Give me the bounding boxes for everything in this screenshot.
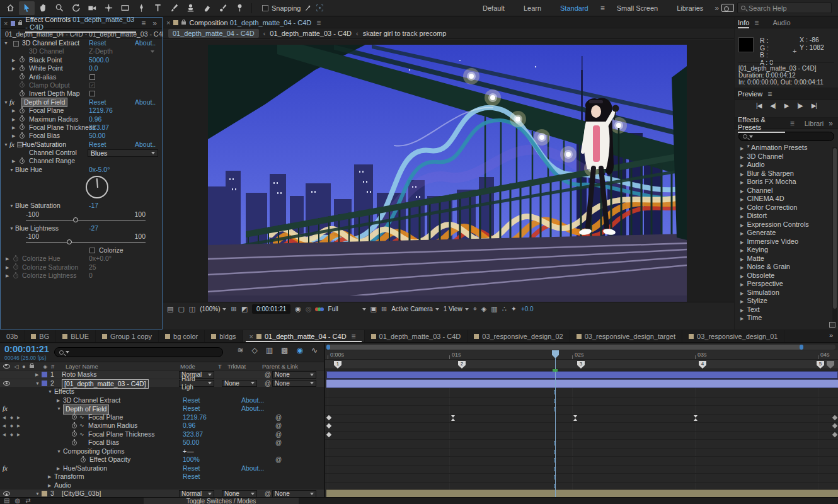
mask-visibility-icon[interactable]: ◫ bbox=[189, 306, 195, 312]
expand-transfer-controls-icon[interactable]: ◍ bbox=[14, 497, 20, 504]
fx-badge-icon[interactable]: fx bbox=[9, 98, 14, 106]
effects-presets-tab[interactable]: Effects & Presets bbox=[738, 116, 785, 131]
effect-row[interactable]: ▶Colorize Hue0x+0.0° bbox=[1, 255, 162, 263]
add-keyframe-icon[interactable]: ◆ bbox=[10, 430, 13, 439]
disclosure-down-icon[interactable]: ▼ bbox=[4, 39, 8, 47]
close-tab-icon[interactable]: × bbox=[250, 333, 253, 340]
disclosure-right-icon[interactable]: ▶ bbox=[740, 274, 743, 278]
stopwatch-icon[interactable] bbox=[13, 273, 18, 278]
effect-row[interactable]: ▶Focal Bias50.00 bbox=[1, 132, 162, 140]
composition-marker[interactable]: 1 bbox=[334, 361, 342, 369]
fx-badge-icon[interactable]: fx bbox=[3, 404, 8, 413]
effect-row[interactable]: ▼3D Channel ExtractResetAbout.. bbox=[1, 39, 162, 47]
new-preset-icon[interactable] bbox=[829, 322, 835, 328]
snap-scope-icon[interactable] bbox=[316, 4, 324, 12]
property-value[interactable]: 50.00 bbox=[89, 132, 105, 140]
composition-mini-flowchart-icon[interactable]: ≋ bbox=[237, 346, 243, 355]
disclosure-right-icon[interactable]: ▶ bbox=[6, 272, 9, 280]
next-keyframe-icon[interactable]: ▶ bbox=[17, 430, 20, 439]
effect-row[interactable]: 3D ChannelZ-Depth bbox=[1, 47, 162, 55]
blend-mode-dropdown[interactable]: Hard Ligh bbox=[179, 380, 214, 387]
property-value[interactable]: 0.0 bbox=[89, 64, 98, 72]
effect-row[interactable]: Invert Depth Map bbox=[1, 89, 162, 98]
timeline-search-field[interactable] bbox=[54, 347, 223, 357]
timeline-tab[interactable]: bldgs bbox=[205, 330, 243, 342]
toggle-switches-modes-button[interactable]: Toggle Switches / Modes bbox=[144, 498, 299, 504]
effects-category-item[interactable]: ▶Text bbox=[735, 306, 838, 314]
workspace-learn[interactable]: Learn bbox=[515, 1, 550, 15]
disclosure-down-icon[interactable]: ▼ bbox=[57, 447, 61, 455]
marker-strip[interactable]: 12345 bbox=[325, 360, 838, 369]
hide-shy-layers-icon[interactable]: ▥ bbox=[266, 346, 273, 355]
next-keyframe-icon[interactable]: ▶ bbox=[17, 413, 20, 422]
manage-workspaces-icon[interactable] bbox=[721, 4, 734, 12]
stopwatch-icon[interactable] bbox=[20, 66, 25, 71]
disclosure-right-icon[interactable]: ▶ bbox=[740, 189, 743, 193]
effect-row[interactable]: ▶Black Point5000.0 bbox=[1, 56, 162, 64]
timeline-row[interactable]: ◀◆▶∿Focal Plane1219.76@ bbox=[0, 413, 324, 422]
disclosure-right-icon[interactable]: ▶ bbox=[57, 396, 60, 404]
draft-3d-icon[interactable]: ◇ bbox=[252, 346, 258, 355]
brush-tool[interactable] bbox=[166, 1, 182, 15]
snapshot-icon[interactable]: ◉ bbox=[295, 306, 301, 312]
timeline-tab[interactable]: 03_responsive_design_01 bbox=[682, 330, 784, 342]
effects-category-item[interactable]: ▶Matte bbox=[735, 255, 838, 263]
effect-row[interactable]: ▼Blue Saturation-17 bbox=[1, 202, 162, 210]
effects-category-item[interactable]: ▶Noise & Grain bbox=[735, 263, 838, 272]
disclosure-right-icon[interactable]: ▶ bbox=[740, 282, 743, 287]
effect-controls-tab[interactable]: Effect Controls 01_depth_matte_03 - C4D bbox=[25, 16, 136, 31]
rotate-tool[interactable] bbox=[68, 1, 84, 15]
work-area-end-handle[interactable] bbox=[800, 345, 803, 350]
pick-whip-icon[interactable]: @ bbox=[275, 430, 282, 439]
timeline-row[interactable]: ▶Audio bbox=[0, 481, 324, 490]
timeline-icon[interactable]: ▥ bbox=[491, 306, 497, 312]
effects-category-item[interactable]: ▶Distort bbox=[735, 212, 838, 220]
fx-badge-icon[interactable]: fx bbox=[9, 140, 14, 149]
reset-link[interactable]: Reset bbox=[89, 39, 106, 47]
disclosure-right-icon[interactable]: ▶ bbox=[48, 481, 51, 490]
stopwatch-icon[interactable] bbox=[72, 432, 77, 437]
effects-category-item[interactable]: ▶Simulation bbox=[735, 289, 838, 297]
effects-search-field[interactable] bbox=[738, 132, 834, 141]
reset-link[interactable]: Reset bbox=[89, 140, 106, 149]
property-value[interactable]: 1219.76 bbox=[183, 413, 207, 422]
roto-brush-tool[interactable] bbox=[215, 1, 231, 15]
keyframe-icon[interactable] bbox=[832, 432, 837, 437]
stopwatch-icon[interactable] bbox=[20, 91, 25, 96]
camera-dropdown[interactable]: Active Camera bbox=[391, 306, 439, 312]
panel-menu-icon[interactable]: ≡ bbox=[788, 119, 796, 128]
composition-marker[interactable]: 2 bbox=[458, 361, 466, 369]
disclosure-right-icon[interactable]: ▶ bbox=[740, 172, 743, 176]
effect-row[interactable]: ▶Focal Plane1219.76 bbox=[1, 106, 162, 115]
work-area-bar[interactable] bbox=[326, 345, 835, 350]
panel-overflow-icon[interactable]: » bbox=[151, 19, 159, 28]
timeline-row[interactable]: ▶TransformReset bbox=[0, 472, 324, 481]
first-frame-button[interactable]: |◀ bbox=[756, 102, 761, 109]
timeline-tab[interactable]: Group 1 copy bbox=[96, 330, 159, 342]
property-checkbox[interactable] bbox=[89, 74, 95, 80]
stopwatch-icon[interactable] bbox=[13, 265, 18, 270]
disclosure-right-icon[interactable]: ▶ bbox=[12, 115, 15, 123]
disclosure-right-icon[interactable]: ▶ bbox=[740, 214, 743, 219]
flowchart-icon[interactable]: ∴ bbox=[502, 306, 507, 312]
workspace-small-screen[interactable]: Small Screen bbox=[608, 1, 667, 15]
timeline-row[interactable]: ▶1Roto MasksNormal@None bbox=[0, 370, 324, 379]
stopwatch-icon[interactable] bbox=[72, 415, 77, 420]
workspace-standard[interactable]: Standard bbox=[551, 1, 597, 15]
effect-row[interactable]: ▼Blue Hue0x-5.0° bbox=[1, 166, 162, 174]
effect-row[interactable]: ▶Maximun Radius0.96 bbox=[1, 115, 162, 123]
parent-dropdown[interactable]: None bbox=[272, 380, 316, 387]
hand-tool[interactable] bbox=[35, 1, 51, 15]
stopwatch-icon[interactable] bbox=[13, 256, 18, 261]
timeline-row[interactable]: ▼2[01_depth_matte_03 - C4D]Hard LighNone… bbox=[0, 379, 324, 388]
multi-view-icon[interactable]: ▤ bbox=[167, 306, 173, 312]
effects-category-item[interactable]: ▶Time bbox=[735, 314, 838, 323]
grid-guides-icon[interactable]: ⊞ bbox=[381, 306, 387, 312]
effect-row[interactable]: ▼Blue Lightness-27 bbox=[1, 224, 162, 232]
effects-category-item[interactable]: ▶CINEMA 4D bbox=[735, 195, 838, 203]
channels-icon[interactable] bbox=[316, 307, 324, 311]
layer-bar-roto-masks[interactable] bbox=[326, 371, 838, 379]
parent-dropdown[interactable]: None bbox=[272, 371, 316, 379]
frame-blending-icon[interactable]: ▩ bbox=[281, 346, 288, 355]
property-value[interactable]: -17 bbox=[89, 202, 98, 210]
